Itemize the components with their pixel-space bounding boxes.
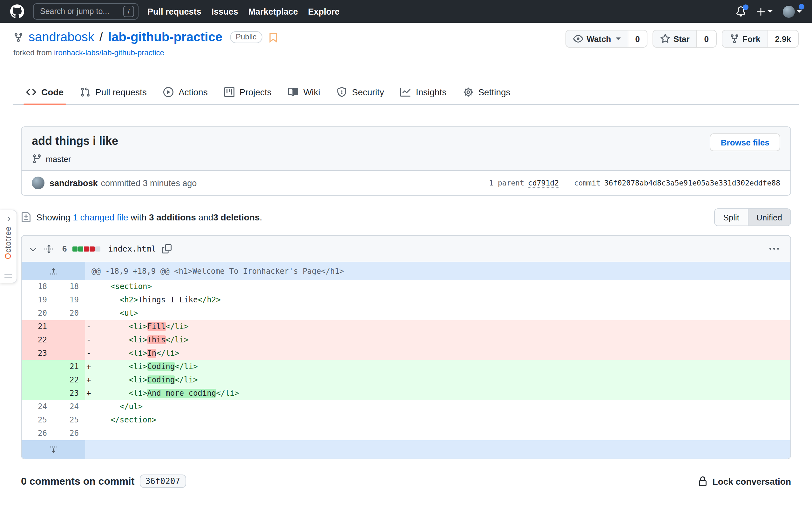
octotree-toggle[interactable]: Octotree: [0, 210, 17, 283]
avatar-notification-dot: [799, 3, 804, 9]
tab-label: Settings: [478, 87, 510, 97]
visibility-badge: Public: [230, 31, 262, 43]
notifications-bell-icon[interactable]: [736, 6, 746, 16]
line-number-old[interactable]: 22: [22, 333, 53, 347]
create-new-button[interactable]: [756, 7, 773, 16]
diff-marker: -: [85, 347, 92, 360]
commit-author-link[interactable]: sandrabosk: [49, 178, 98, 188]
diffstat-block-add: [72, 246, 77, 251]
repo-owner-link[interactable]: sandrabosk: [29, 30, 94, 44]
tab-projects[interactable]: Projects: [219, 81, 277, 104]
kebab-menu-icon[interactable]: [764, 248, 784, 249]
code-line: - <li>This</li>: [85, 333, 790, 347]
line-number-new[interactable]: 23: [53, 387, 85, 400]
user-menu[interactable]: [783, 5, 802, 17]
short-sha-chip[interactable]: 36f0207: [140, 475, 186, 488]
nav-marketplace[interactable]: Marketplace: [249, 7, 298, 16]
line-number-new[interactable]: 20: [53, 307, 85, 320]
diff-marker: -: [85, 333, 92, 347]
lock-conversation-button[interactable]: Lock conversation: [698, 476, 791, 486]
code-line: </section>: [85, 413, 790, 427]
tab-code[interactable]: Code: [21, 81, 68, 104]
parent-sha-link[interactable]: cd791d2: [528, 178, 559, 188]
line-number-old[interactable]: [22, 360, 53, 373]
tab-insights[interactable]: Insights: [395, 81, 452, 104]
diff-summary: Showing 1 changed file with 3 additions …: [21, 212, 262, 222]
line-number-new[interactable]: 22: [53, 373, 85, 387]
changed-file-link[interactable]: 1 changed file: [73, 212, 128, 222]
watch-button[interactable]: Watch: [566, 30, 627, 47]
line-number-new[interactable]: [53, 347, 85, 360]
forked-from-prefix: forked from: [13, 48, 52, 57]
branch-name[interactable]: master: [46, 154, 71, 164]
diff-line: 23- <li>In</li>: [22, 347, 790, 360]
copy-icon[interactable]: [162, 244, 171, 254]
tab-pull-requests[interactable]: Pull requests: [75, 81, 152, 104]
line-number-old[interactable]: 26: [22, 427, 53, 440]
line-number-old[interactable]: 21: [22, 320, 53, 333]
summary-period: .: [260, 212, 263, 222]
line-number-new[interactable]: 18: [53, 280, 85, 294]
summary-with: with: [131, 212, 146, 222]
tab-security[interactable]: Security: [332, 81, 389, 104]
line-number-new[interactable]: [53, 333, 85, 347]
star-count[interactable]: 0: [697, 30, 716, 47]
tab-actions[interactable]: Actions: [158, 81, 213, 104]
tab-settings[interactable]: Settings: [458, 81, 515, 104]
commit-box: add things i like Browse files master sa…: [21, 126, 791, 196]
watch-label: Watch: [587, 34, 611, 43]
watch-count[interactable]: 0: [628, 30, 647, 47]
fork-button[interactable]: Fork: [722, 30, 767, 47]
commit-sha: 36f02078ab4d8c3a5e91e05a3e331d302eddfe88: [604, 178, 780, 187]
repo-name-link[interactable]: lab-github-practice: [108, 30, 222, 44]
star-button-group: Star 0: [653, 30, 716, 48]
line-number-new[interactable]: 24: [53, 400, 85, 413]
fork-count[interactable]: 2.9k: [767, 30, 798, 47]
expand-up-button[interactable]: [22, 262, 85, 280]
grip-handle-icon[interactable]: [4, 274, 12, 278]
line-number-old[interactable]: 18: [22, 280, 53, 294]
main-content: add things i like Browse files master sa…: [0, 126, 812, 488]
unified-view-button[interactable]: Unified: [748, 209, 790, 225]
line-number-old[interactable]: [22, 373, 53, 387]
deletions-count: 3 deletions: [213, 212, 260, 222]
diffstat-block-del: [90, 246, 95, 251]
search-input[interactable]: Search or jump to... /: [33, 3, 139, 20]
file-name[interactable]: index.html: [108, 244, 156, 254]
tab-wiki[interactable]: Wiki: [283, 81, 325, 104]
line-number-old[interactable]: 24: [22, 400, 53, 413]
line-number-new[interactable]: 26: [53, 427, 85, 440]
diff-file-card: 6 index.html @@ -18,9 +18,9 @@ <h1>Welco…: [21, 235, 791, 459]
code-line: + <li>Coding</li>: [85, 373, 790, 387]
diffstat-block-add: [78, 246, 83, 251]
nav-right: [736, 5, 802, 17]
parent-label: 1 parent: [489, 178, 524, 187]
nav-explore[interactable]: Explore: [308, 7, 340, 16]
fork-label: Fork: [743, 34, 760, 43]
line-number-new[interactable]: 21: [53, 360, 85, 373]
line-number-old[interactable]: 23: [22, 347, 53, 360]
grabber-icon[interactable]: [44, 243, 54, 254]
expand-down-button[interactable]: [22, 440, 85, 459]
forked-from-link[interactable]: ironhack-labs/lab-github-practice: [54, 48, 164, 57]
bookmark-icon[interactable]: [269, 32, 277, 42]
play-icon: [163, 87, 173, 97]
nav-issues[interactable]: Issues: [211, 7, 238, 16]
avatar[interactable]: [32, 177, 44, 189]
star-button[interactable]: Star: [653, 30, 697, 47]
line-number-old[interactable]: 20: [22, 307, 53, 320]
line-number-new[interactable]: 19: [53, 294, 85, 307]
diff-line: 2424 </ul>: [22, 400, 790, 413]
diff-line: 1919 <h2>Things I Like</h2>: [22, 294, 790, 307]
browse-files-button[interactable]: Browse files: [710, 133, 780, 151]
split-view-button[interactable]: Split: [715, 209, 748, 225]
line-number-old[interactable]: 25: [22, 413, 53, 427]
line-number-new[interactable]: 25: [53, 413, 85, 427]
line-number-old[interactable]: [22, 387, 53, 400]
nav-pull-requests[interactable]: Pull requests: [147, 7, 201, 16]
github-logo-icon[interactable]: [10, 4, 24, 18]
line-number-old[interactable]: 19: [22, 294, 53, 307]
branch-row: master: [32, 154, 780, 164]
chevron-down-icon[interactable]: [28, 243, 38, 254]
line-number-new[interactable]: [53, 320, 85, 333]
